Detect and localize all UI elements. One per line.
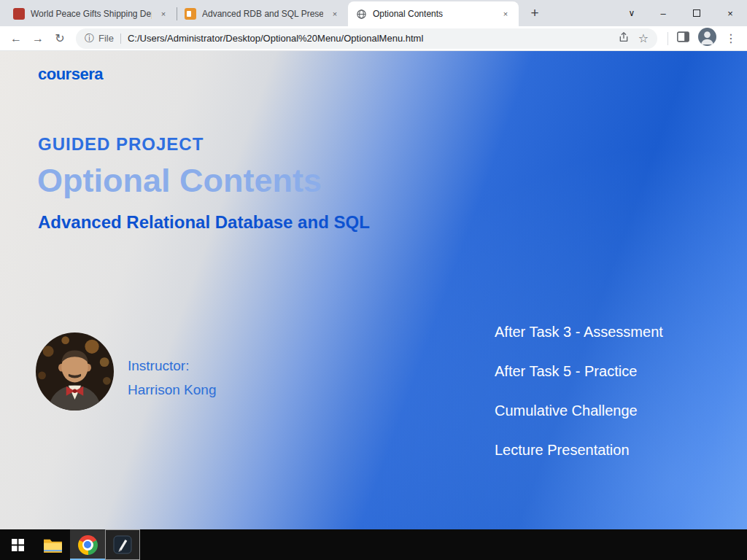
tab-close-icon[interactable]: × — [329, 8, 341, 20]
side-panel-icon[interactable] — [677, 31, 689, 45]
reload-icon[interactable]: ↻ — [50, 28, 70, 49]
forward-icon[interactable]: → — [28, 28, 48, 49]
windows-logo-icon — [12, 539, 24, 551]
presentation-favicon-icon — [185, 8, 196, 20]
menu-item-cumulative-challenge[interactable]: Cumulative Challenge — [495, 401, 663, 420]
tab-world-peace-gifts[interactable]: World Peace Gifts Shipping Depa × — [6, 1, 177, 26]
coursera-logo: coursera — [38, 65, 103, 84]
tab-advanced-rdb[interactable]: Advanced RDB and SQL Presenta × — [177, 1, 348, 26]
address-actions: ☆ — [618, 31, 649, 45]
tab-search-chevron-icon[interactable]: ∨ — [617, 0, 646, 26]
maximize-restore-button[interactable] — [680, 0, 713, 26]
page-content: coursera GUIDED PROJECT Optional Content… — [0, 51, 747, 529]
new-tab-button[interactable]: + — [525, 3, 545, 23]
menu-item-after-task3-assessment[interactable]: After Task 3 - Assessment — [495, 322, 663, 341]
browser-toolbar: ← → ↻ ⓘ File C:/Users/Administrator/Desk… — [0, 26, 747, 51]
window-close-button[interactable]: × — [713, 0, 747, 26]
menu-item-lecture-presentation[interactable]: Lecture Presentation — [495, 440, 663, 459]
browser-window: World Peace Gifts Shipping Depa × Advanc… — [0, 0, 747, 560]
file-scheme-label: File — [98, 33, 114, 44]
tab-optional-contents[interactable]: Optional Contents × — [348, 1, 519, 26]
file-explorer-button[interactable] — [35, 529, 70, 560]
course-subtitle: Advanced Relational Database and SQL — [38, 212, 370, 233]
bookmark-star-icon[interactable]: ☆ — [638, 31, 649, 45]
address-url[interactable]: C:/Users/Administrator/Desktop/Optional%… — [128, 33, 612, 44]
browser-menu-icon[interactable]: ⋮ — [725, 31, 737, 45]
instructor-avatar — [36, 332, 114, 411]
tab-bar: World Peace Gifts Shipping Depa × Advanc… — [0, 0, 747, 26]
folder-icon — [43, 537, 63, 553]
windows-taskbar — [0, 529, 747, 560]
tab-close-icon[interactable]: × — [158, 8, 169, 20]
address-divider — [120, 34, 121, 44]
chrome-icon — [78, 535, 98, 555]
editor-app-button[interactable] — [105, 529, 140, 560]
page-info-icon[interactable]: ⓘ — [85, 32, 94, 45]
tab-title: Advanced RDB and SQL Presenta — [202, 9, 323, 19]
toolbar-right: ⋮ — [663, 28, 741, 49]
instructor-block: Instructor: Harrison Kong — [128, 358, 216, 398]
tab-close-icon[interactable]: × — [500, 8, 511, 20]
tab-title: Optional Contents — [373, 9, 494, 19]
page-title: Optional Contents — [37, 162, 322, 200]
restore-icon — [693, 9, 700, 17]
address-bar[interactable]: ⓘ File C:/Users/Administrator/Desktop/Op… — [76, 28, 657, 49]
toolbar-divider — [667, 32, 668, 45]
window-controls: ∨ – × — [617, 0, 747, 26]
profile-avatar-icon[interactable] — [698, 28, 716, 49]
gift-favicon-icon — [13, 8, 25, 20]
share-icon[interactable] — [618, 31, 630, 45]
optional-contents-menu: After Task 3 - Assessment After Task 5 -… — [495, 322, 663, 480]
minimize-button[interactable]: – — [646, 0, 680, 26]
menu-item-after-task5-practice[interactable]: After Task 5 - Practice — [495, 362, 663, 381]
back-icon[interactable]: ← — [6, 28, 26, 49]
globe-favicon-icon — [355, 8, 367, 20]
instructor-label: Instructor: — [128, 358, 216, 374]
start-button[interactable] — [0, 529, 35, 560]
guided-project-label: GUIDED PROJECT — [38, 134, 204, 155]
instructor-name: Harrison Kong — [128, 382, 216, 398]
chrome-taskbar-button[interactable] — [70, 529, 105, 560]
tab-title: World Peace Gifts Shipping Depa — [31, 9, 152, 19]
pen-app-icon — [113, 535, 132, 554]
